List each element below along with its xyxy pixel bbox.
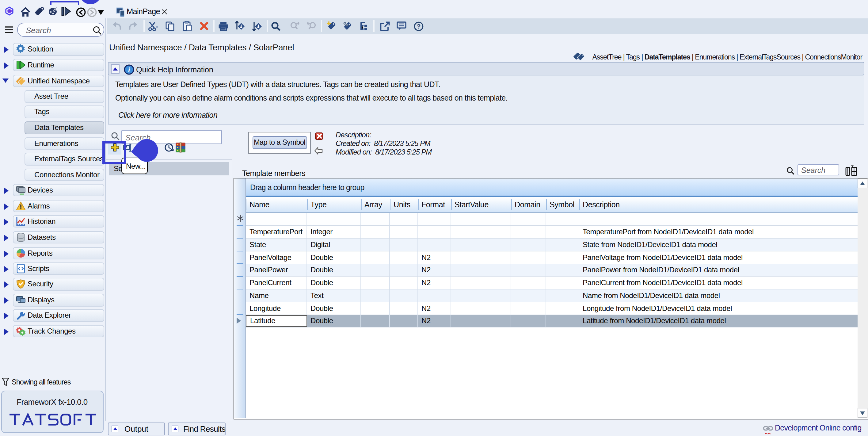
svg-text:?: ? bbox=[417, 23, 421, 30]
svg-text:i: i bbox=[128, 66, 130, 74]
